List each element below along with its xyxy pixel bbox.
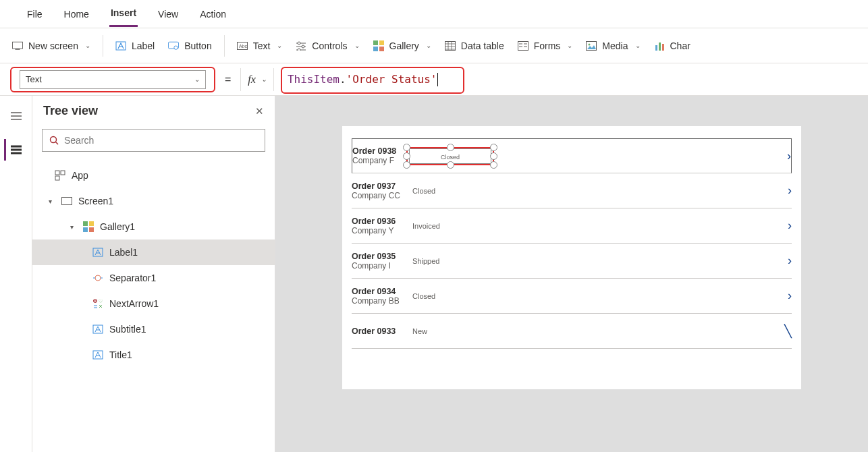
tree-item-nextarrow[interactable]: ♡ NextArrow1 [32, 291, 275, 316]
app-icon [54, 169, 66, 181]
screen-icon [61, 195, 73, 207]
next-arrow-icon[interactable]: › [771, 254, 792, 268]
tree-search-input[interactable] [64, 135, 258, 146]
svg-rect-13 [379, 47, 384, 51]
row-title: Order 0933 [352, 327, 412, 336]
app-canvas[interactable]: Order 0938Company FClosed›Order 0937Comp… [342, 126, 801, 389]
row-title: Order 0935 [352, 252, 412, 261]
row-subtitle: Company I [352, 261, 412, 271]
label-icon [92, 323, 104, 335]
svg-rect-0 [12, 42, 22, 49]
next-arrow-icon[interactable]: › [771, 149, 791, 163]
forms-dropdown[interactable]: Forms ⌄ [518, 40, 573, 51]
property-selector[interactable]: Text ⌄ [10, 67, 215, 92]
new-screen-label: New screen [28, 40, 78, 51]
tree-item-label1[interactable]: Label1 [32, 239, 275, 265]
gallery-row[interactable]: Order 0935Company IShipped› [352, 244, 792, 279]
formula-token-dot: . [340, 73, 346, 86]
button-button[interactable]: Button [168, 40, 211, 51]
tree-item-title[interactable]: Title1 [32, 342, 275, 368]
row-status: Closed [413, 154, 487, 161]
tree-search[interactable] [42, 129, 265, 152]
tree-panel: Tree view ✕ App ▾ Screen1 ▾ Gallery1 [32, 96, 275, 452]
tree-item-screen[interactable]: ▾ Screen1 [32, 188, 275, 214]
tree-item-subtitle[interactable]: Subtitle1 [32, 316, 275, 342]
row-status: New [412, 327, 427, 335]
nextarrow-icon: ♡ [92, 298, 104, 310]
data-table-button[interactable]: Data table [445, 40, 504, 51]
gallery-row[interactable]: Order 0938Company FClosed› [352, 138, 792, 173]
row-status: Shipped [412, 257, 439, 265]
new-screen-icon [12, 40, 23, 51]
fx-icon: fx [248, 74, 256, 86]
chart-dropdown[interactable]: Char [654, 40, 690, 51]
text-dd-label: Text [253, 40, 271, 51]
fx-button[interactable]: fx ⌄ [240, 68, 274, 91]
label-icon [92, 246, 104, 258]
svg-rect-10 [373, 40, 378, 45]
svg-rect-14 [445, 41, 455, 50]
next-arrow-icon[interactable]: › [771, 219, 792, 233]
svg-rect-1 [15, 49, 20, 49]
rail-tree-view[interactable] [4, 139, 26, 161]
svg-text:♡: ♡ [99, 299, 103, 304]
left-rail [0, 96, 32, 452]
close-icon[interactable]: ✕ [255, 105, 264, 117]
gallery-dropdown[interactable]: Gallery ⌄ [373, 40, 431, 51]
chevron-down-icon: ⌄ [277, 42, 282, 49]
new-screen-button[interactable]: New screen ⌄ [12, 40, 90, 51]
gallery-control[interactable]: Order 0938Company FClosed›Order 0937Comp… [352, 138, 792, 349]
row-status: Closed [412, 187, 435, 195]
caret-icon: ▾ [49, 198, 55, 205]
menu-file[interactable]: File [26, 2, 44, 26]
canvas-area: Order 0938Company FClosed›Order 0937Comp… [275, 96, 868, 452]
svg-rect-12 [373, 47, 378, 51]
caret-icon: ▾ [70, 223, 77, 231]
media-dropdown[interactable]: Media ⌄ [586, 40, 640, 51]
controls-dd-label: Controls [312, 40, 347, 51]
rail-hamburger[interactable] [5, 105, 27, 127]
media-dd-label: Media [602, 40, 628, 51]
gallery-row[interactable]: Order 0937Company CCClosed› [352, 173, 792, 208]
menu-view[interactable]: View [157, 2, 180, 26]
tree-item-gallery[interactable]: ▾ Gallery1 [32, 214, 275, 239]
label-button[interactable]: Label [115, 40, 155, 51]
tree-item-separator[interactable]: Separator1 [32, 265, 275, 291]
svg-point-17 [589, 43, 591, 45]
svg-rect-24 [55, 176, 59, 180]
tree-item-label: App [72, 170, 88, 181]
data-table-label: Data table [461, 40, 504, 51]
gallery-row[interactable]: Order 0936Company YInvoiced› [352, 208, 792, 244]
gallery-row[interactable]: Order 0933New╲ [352, 314, 792, 349]
forms-icon [518, 40, 528, 51]
formula-input[interactable]: ThisItem.'Order Status' [281, 68, 858, 91]
text-dropdown[interactable]: Abc Text ⌄ [237, 40, 283, 51]
tree-item-app[interactable]: App [32, 163, 275, 188]
button-icon [168, 40, 179, 51]
svg-point-4 [174, 46, 178, 49]
menu-bar: File Home Insert View Action [0, 0, 868, 28]
svg-point-31 [95, 275, 101, 281]
svg-point-7 [298, 42, 300, 45]
separator-icon [92, 272, 104, 284]
controls-dropdown[interactable]: Controls ⌄ [296, 40, 359, 51]
menu-insert[interactable]: Insert [109, 1, 138, 27]
menu-action[interactable]: Action [198, 2, 227, 26]
next-arrow-icon[interactable]: › [771, 289, 792, 303]
main-area: Tree view ✕ App ▾ Screen1 ▾ Gallery1 [0, 96, 868, 452]
next-arrow-icon[interactable]: › [771, 183, 792, 198]
row-title: Order 0934 [352, 287, 412, 296]
chevron-down-icon: ⌄ [426, 42, 431, 49]
svg-rect-28 [83, 227, 88, 232]
row-title: Order 0936 [352, 217, 412, 226]
svg-rect-11 [379, 40, 384, 45]
menu-home[interactable]: Home [63, 2, 90, 26]
svg-rect-22 [55, 171, 59, 175]
selected-label-control[interactable]: Closed [413, 151, 487, 161]
text-caret [437, 73, 438, 86]
text-icon: Abc [237, 40, 248, 51]
gallery-row[interactable]: Order 0934Company BBClosed› [352, 279, 792, 314]
svg-rect-29 [89, 227, 94, 232]
row-status: Closed [412, 292, 435, 300]
next-arrow-icon[interactable]: ╲ [771, 324, 792, 339]
